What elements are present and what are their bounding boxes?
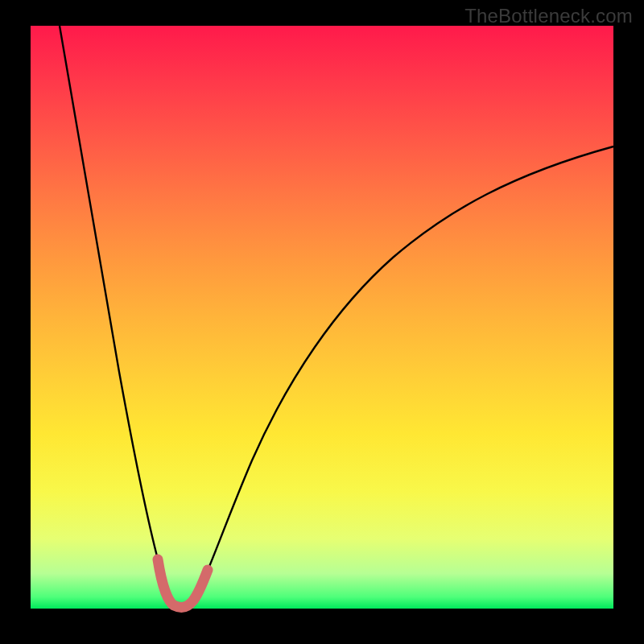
- attribution-text: TheBottleneck.com: [464, 5, 633, 27]
- plot-area: [31, 26, 613, 609]
- bottleneck-curve: [60, 26, 613, 607]
- curve-layer: [31, 26, 613, 609]
- chart-frame: TheBottleneck.com: [0, 0, 644, 644]
- highlight-segment: [158, 559, 208, 607]
